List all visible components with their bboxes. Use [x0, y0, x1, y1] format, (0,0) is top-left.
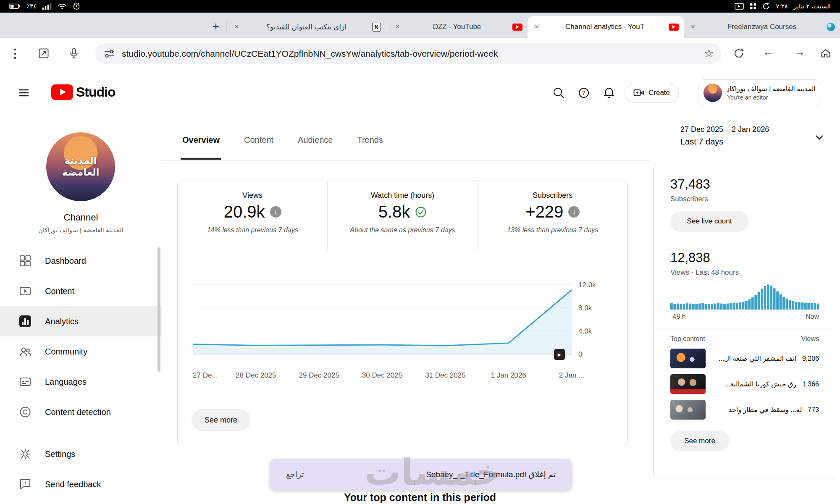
tab-content[interactable]: Content — [244, 135, 273, 160]
see-live-count-button[interactable]: See live count — [670, 211, 748, 232]
sidebar-item-label: Dashboard — [45, 256, 86, 266]
tab-overview[interactable]: Overview — [182, 135, 220, 160]
analytics-tabs: Overview Content Audience Trends — [182, 135, 383, 160]
sidebar-item-content[interactable]: Content — [0, 276, 162, 306]
help-icon[interactable]: ? — [578, 87, 590, 99]
axis-end-label: Now — [806, 313, 819, 320]
browser-menu-icon[interactable] — [13, 47, 17, 60]
svg-text:12.0k: 12.0k — [578, 281, 596, 289]
toast-undo-button[interactable]: تراجع — [286, 470, 304, 479]
battery-percent: ٪٣٤ — [26, 3, 37, 10]
create-button[interactable]: Create — [625, 83, 679, 103]
see-more-button[interactable]: See more — [192, 409, 250, 431]
site-settings-icon[interactable] — [103, 48, 115, 60]
tab-trends[interactable]: Trends — [357, 135, 383, 160]
bookmark-star-icon[interactable]: ☆ — [704, 48, 714, 59]
tab-separator — [387, 21, 387, 32]
channel-avatar: المدينة الغامضة — [46, 132, 115, 201]
new-tab-button[interactable]: + — [207, 17, 225, 36]
microphone-icon[interactable] — [68, 47, 80, 59]
sidebar-item-settings[interactable]: Settings — [0, 439, 162, 469]
home-icon[interactable] — [820, 47, 832, 59]
svg-text:29 Dec 2025: 29 Dec 2025 — [299, 371, 339, 379]
tab-close-icon[interactable]: × — [232, 23, 241, 31]
hamburger-menu-icon[interactable] — [18, 87, 30, 99]
reload-icon[interactable] — [733, 47, 745, 59]
svg-text:30 Dec 2025: 30 Dec 2025 — [362, 371, 402, 379]
metric-subscribers[interactable]: Subscribers +229↓ 13% less than previous… — [478, 181, 627, 249]
date-range-picker[interactable]: 27 Dec 2025 – 2 Jan 2026 Last 7 days — [680, 125, 828, 147]
sidebar-item-label: Content detection — [45, 407, 111, 417]
studio-header: Studio ? Create المدينة الغامضة | سوالف … — [0, 69, 840, 116]
browser-tab-freelanzwya[interactable]: × Freelanzwya Courses — [684, 16, 840, 38]
metric-value-row: 5.8k — [378, 202, 427, 221]
search-icon[interactable] — [552, 87, 565, 99]
tab-close-icon[interactable]: × — [533, 23, 541, 31]
metric-watch-time[interactable]: Watch time (hours) 5.8k About the same a… — [327, 181, 477, 249]
forward-icon[interactable]: → — [793, 45, 806, 58]
sidebar-item-content-detection[interactable]: Content detection — [0, 397, 162, 427]
system-status-bar: ٪٣٤ ٧:٣٨ السبت، ٢ يناير — [0, 0, 840, 13]
tab-title: ازاي بنكتب العنوان للفيديو؟ — [245, 23, 368, 32]
browser-tab-dzz[interactable]: × DZZ - YouTube — [388, 16, 528, 38]
top-content-row[interactable]: اتف المشفر اللي صنعه ال... 9,206 — [670, 349, 819, 368]
tab-title: DZZ - YouTube — [406, 23, 508, 31]
metric-compare: About the same as previous 7 days — [350, 226, 455, 234]
youtube-icon — [512, 24, 522, 31]
address-bar[interactable]: studio.youtube.com/channel/UCzCEat1YOZpf… — [95, 43, 722, 64]
svg-text:1 Jan 2026: 1 Jan 2026 — [491, 371, 526, 379]
youtube-studio-logo[interactable]: Studio — [51, 84, 116, 100]
period-label: Last 7 days — [680, 137, 828, 147]
top-content-row[interactable]: لة... وسقط في مطار واحد 773 — [670, 400, 819, 420]
top-content-row[interactable]: رق جيش كوريا الشمالية... 1,366 — [670, 374, 819, 394]
trend-down-icon: ↓ — [270, 206, 281, 218]
sidebar-item-analytics[interactable]: Analytics — [0, 306, 162, 336]
analytics-summary-card: Views 20.9k↓ 14% less than previous 7 da… — [177, 181, 628, 446]
channel-name: المدينة الغامضة | سوالف بوراكان — [0, 226, 162, 234]
tab-separator — [226, 21, 226, 32]
languages-icon — [18, 375, 32, 388]
realtime-see-more-button[interactable]: See more — [670, 430, 729, 452]
views-line-chart[interactable]: 12.0k8.0k4.0k027 De...28 Dec 202529 Dec … — [186, 255, 620, 381]
signal-icon — [42, 3, 52, 10]
metric-views[interactable]: Views 20.9k↓ 14% less than previous 7 da… — [178, 181, 327, 249]
sidebar-item-send-feedback[interactable]: Send feedback — [0, 469, 162, 499]
sidebar-item-languages[interactable]: Languages — [0, 367, 162, 397]
realtime-subscribers-label: Subscribers — [670, 195, 819, 203]
tab-close-icon[interactable]: × — [689, 23, 697, 31]
tab-audience[interactable]: Audience — [298, 135, 333, 160]
dashboard-icon — [18, 254, 32, 268]
realtime-views-count: 12,838 — [670, 250, 819, 265]
sidebar-item-community[interactable]: Community — [0, 336, 162, 367]
community-icon — [18, 345, 32, 358]
sidebar-item-dashboard[interactable]: Dashboard — [0, 246, 162, 276]
sidebar-item-label: Send feedback — [45, 480, 101, 489]
svg-text:8.0k: 8.0k — [578, 304, 592, 312]
open-in-app-icon[interactable] — [38, 47, 50, 59]
realtime-bar-chart[interactable] — [670, 284, 819, 310]
top-content-heading: Your top content in this period — [252, 491, 588, 504]
svg-text:4.0k: 4.0k — [578, 327, 592, 335]
video-thumbnail — [670, 400, 706, 420]
account-menu[interactable]: المدينة الغامضة | سوالف بوراكان You're a… — [698, 79, 821, 106]
back-icon[interactable]: ← — [762, 45, 775, 58]
tab-close-icon[interactable]: × — [393, 23, 402, 31]
alarm-icon — [73, 3, 80, 10]
notifications-bell-icon[interactable] — [603, 87, 615, 99]
video-title: اتف المشفر اللي صنعه ال... — [711, 354, 796, 362]
video-published-marker[interactable]: ▶ — [554, 349, 565, 360]
sidebar-nav: Dashboard Content Analytics Community La… — [0, 246, 162, 499]
video-thumbnail — [670, 374, 706, 394]
views-column-label: Views — [801, 335, 819, 343]
axis-start-label: -48 h — [670, 313, 685, 320]
sidebar-scrollbar[interactable] — [158, 247, 160, 372]
trend-down-icon: ↓ — [568, 206, 580, 218]
channel-label: Channel — [0, 212, 162, 223]
browser-tab-title-formula[interactable]: × ازاي بنكتب العنوان للفيديو؟ N — [227, 16, 386, 38]
sidebar-item-label: Languages — [45, 377, 87, 387]
svg-text:31 Dec 2025: 31 Dec 2025 — [425, 371, 465, 379]
studio-logo-text: Studio — [76, 84, 116, 100]
browser-tab-channel-analytics[interactable]: × Channel analytics - YouT — [528, 16, 684, 38]
sync-icon — [762, 3, 770, 10]
grid-icon — [750, 3, 756, 10]
